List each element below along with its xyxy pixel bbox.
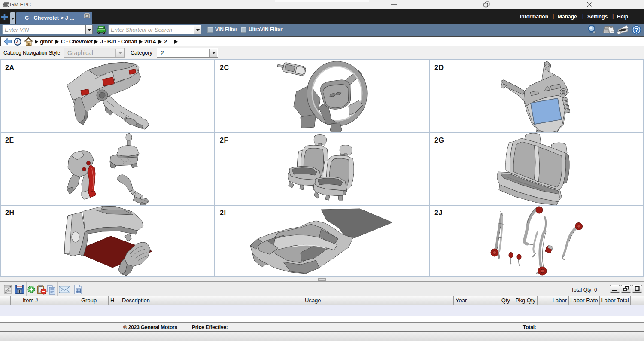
- svg-text:?: ?: [635, 27, 638, 33]
